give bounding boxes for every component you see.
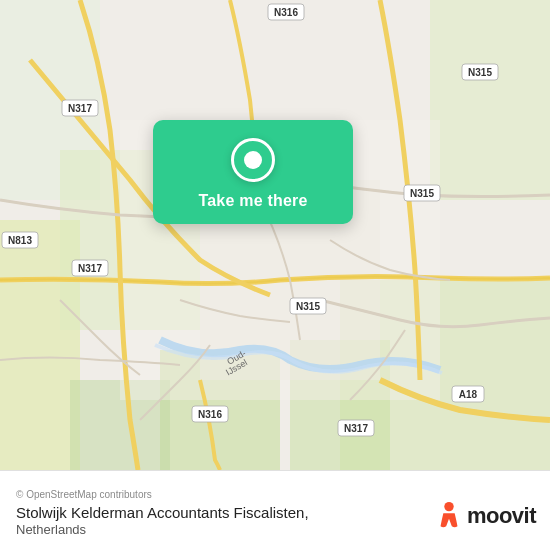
svg-text:N317: N317	[78, 263, 102, 274]
take-me-there-popup[interactable]: Take me there	[153, 120, 353, 224]
moovit-brand-name: moovit	[467, 503, 536, 529]
location-pin-icon	[231, 138, 275, 182]
svg-text:N316: N316	[198, 409, 222, 420]
svg-text:N813: N813	[8, 235, 32, 246]
svg-rect-5	[430, 0, 550, 200]
moovit-logo-icon	[435, 500, 463, 532]
svg-text:N317: N317	[68, 103, 92, 114]
bottom-bar: © OpenStreetMap contributors Stolwijk Ke…	[0, 470, 550, 550]
take-me-there-label[interactable]: Take me there	[198, 192, 307, 210]
svg-text:A18: A18	[459, 389, 478, 400]
map-attribution: © OpenStreetMap contributors	[16, 489, 534, 500]
svg-text:N315: N315	[410, 188, 434, 199]
map-area: N316 N317 N315 N813 N317 N315 N315 A18 N…	[0, 0, 550, 470]
moovit-logo: moovit	[435, 500, 536, 532]
svg-text:N315: N315	[296, 301, 320, 312]
svg-point-33	[444, 502, 453, 511]
svg-text:N316: N316	[274, 7, 298, 18]
svg-text:N315: N315	[468, 67, 492, 78]
svg-text:N317: N317	[344, 423, 368, 434]
